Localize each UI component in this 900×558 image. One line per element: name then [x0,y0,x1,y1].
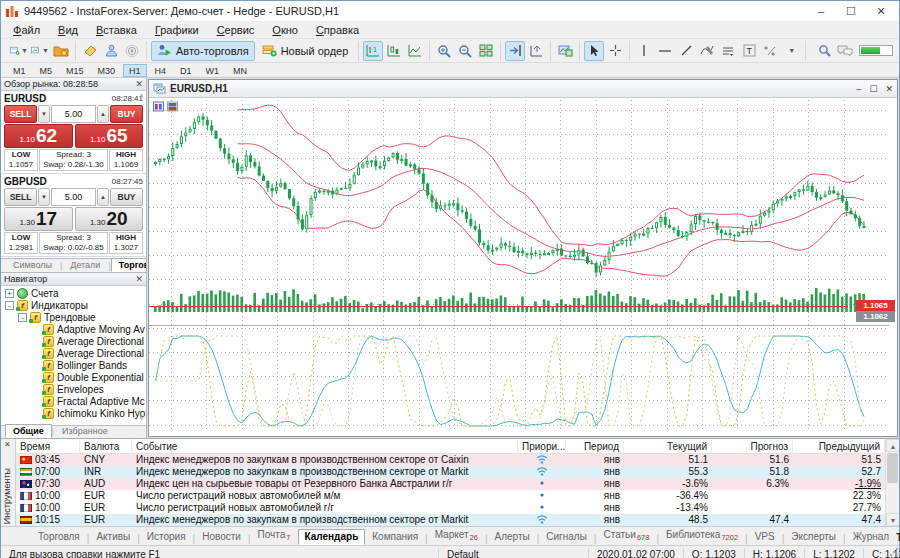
calendar-row[interactable]: 03:45CNYИндекс менеджеров по закупкам в … [16,454,885,466]
status-profile[interactable]: Default [439,548,589,558]
col-header-previous[interactable]: Предыдущий [793,439,885,454]
scroll-down-icon[interactable]: ▼ [886,513,899,526]
indicators-dialog-button[interactable] [555,41,575,61]
col-header-priority[interactable]: Приори... [518,439,566,454]
toolbox-tab-Маркет[interactable]: Маркет26 [428,527,485,545]
cursor-tool-button[interactable] [584,41,604,61]
tree-item-ichimoku-kinko-hyo[interactable]: fIchimoku Kinko Hyo [1,407,146,419]
col-header-period[interactable]: Период [566,439,624,454]
chart-shift-button[interactable] [526,41,546,61]
data-folder-button[interactable] [51,41,71,61]
minimize-button[interactable]: – [807,3,835,19]
objects-dropdown-button[interactable]: ▼ [781,41,801,61]
timeframe-W1[interactable]: W1 [200,64,226,77]
zoom-out-button[interactable] [455,41,475,61]
one-click-trading-widget[interactable] [153,101,178,112]
scrollbar-thumb[interactable] [887,453,898,483]
buy-price[interactable]: 1.30 20 [75,207,144,231]
market-watch-tab-Детали[interactable]: Детали [62,258,108,272]
tile-windows-button[interactable] [476,41,496,61]
sell-button[interactable]: SELL [4,188,37,206]
tree-expander-icon[interactable]: - [5,301,14,310]
chart-restore-icon[interactable]: ☐ [869,84,877,94]
volume-input[interactable]: 5.00 [51,188,96,206]
market-watch-close-icon[interactable]: ✕ [135,80,143,89]
tree-expander-icon[interactable]: - [18,313,27,322]
tree-item-счета[interactable]: +Счета [1,287,146,299]
navigator-close-icon[interactable]: ✕ [135,275,143,284]
depth-of-market-icon[interactable] [167,101,178,112]
calendar-row[interactable]: 07:30AUDИндекс цен на сырьевые товары от… [16,478,885,490]
search-icon[interactable] [818,44,831,57]
tree-item-bollinger-bands[interactable]: fBollinger Bands [1,359,146,371]
toolbox-tab-Алерты[interactable]: Алерты [487,529,536,545]
new-order-button[interactable]: Новый ордер [256,41,355,61]
menu-item-Вставка[interactable]: Вставка [88,23,145,37]
tree-item-adaptive-moving-av[interactable]: fAdaptive Moving Av [1,323,146,335]
open-profile-button[interactable]: ▼ [30,41,50,61]
calendar-scrollbar[interactable]: ▲ ▼ [885,439,899,526]
symbol-card-gbpusd[interactable]: GBPUSD 08:27:45 SELL ▼ 5.00 ▲ BUY 1.30 1… [1,174,146,257]
scroll-up-icon[interactable]: ∧ [139,92,144,100]
volume-decrease-icon[interactable]: ▼ [38,188,50,206]
price-list-button[interactable] [80,41,100,61]
buy-price[interactable]: 1.10 65 [75,124,144,148]
sell-button[interactable]: SELL [4,105,37,123]
timeframe-H4[interactable]: H4 [149,64,173,77]
horizontal-line-tool-button[interactable] [655,41,675,61]
timeframe-M30[interactable]: M30 [92,64,122,77]
bar-chart-mode-button[interactable]: 1 [363,41,383,61]
volume-increase-icon[interactable]: ▲ [97,188,109,206]
arrows-tool-button[interactable] [760,41,780,61]
auto-trading-toggle[interactable]: Авто-торговля [151,41,255,61]
chat-icon[interactable] [837,45,853,57]
toolbox-tab-Торговля[interactable]: Торговля [31,529,87,545]
one-click-trading-icon[interactable] [153,101,164,112]
calendar-row[interactable]: 07:00INRИндекс менеджеров по закупкам в … [16,466,885,478]
toolbox-tab-Сигналы[interactable]: Сигналы [539,529,594,545]
volume-input[interactable]: 5.00 [51,105,96,123]
chart-canvas[interactable] [149,98,889,436]
col-header-time[interactable]: Время [16,439,80,454]
tree-item-envelopes[interactable]: fEnvelopes [1,383,146,395]
calendar-row[interactable]: 10:15EURИндекс менеджеров по закупкам в … [16,514,885,526]
volume-increase-icon[interactable]: ▲ [97,105,109,123]
toolbox-tab-VPS[interactable]: VPS [748,529,782,545]
candle-chart-mode-button[interactable] [384,41,404,61]
navigator-tab-Избранное[interactable]: Избранное [54,424,116,438]
toolbox-tab-Календарь[interactable]: Календарь [298,529,366,545]
menu-item-Графики[interactable]: Графики [147,23,207,37]
tree-item-average-directional[interactable]: fAverage Directional [1,347,146,359]
toolbox-tab-История[interactable]: История [140,529,193,545]
vertical-line-tool-button[interactable] [634,41,654,61]
new-chart-button[interactable]: ▼ [9,41,29,61]
scroll-up-icon[interactable]: ▲ [886,439,899,452]
toolbox-tab-Новости[interactable]: Новости [195,529,248,545]
equidistant-channel-tool-button[interactable] [718,41,738,61]
col-header-currency[interactable]: Валюта [80,439,132,454]
toolbox-tab-Активы[interactable]: Активы [89,529,137,545]
tree-expander-icon[interactable]: + [5,289,14,298]
navigator-scroll-down-icon[interactable]: ∨ [139,414,144,422]
toolbox-tab-Журнал[interactable]: Журнал [846,529,897,545]
line-chart-mode-button[interactable] [405,41,425,61]
calendar-row[interactable]: 10:00EURЧисло регистраций новых автомоби… [16,490,885,502]
toolbox-tab-Статьи[interactable]: Статьи678 [596,527,656,545]
menu-item-Файл[interactable]: Файл [5,23,48,37]
menu-item-Вид[interactable]: Вид [50,23,86,37]
symbol-card-eurusd[interactable]: EURUSD 08:28:41 ∧ SELL ▼ 5.00 ▲ BUY 1.10 [1,91,146,174]
buy-button[interactable]: BUY [110,188,143,206]
col-header-event[interactable]: Событие [132,439,518,454]
zoom-in-button[interactable] [434,41,454,61]
trendline-tool-button[interactable] [676,41,696,61]
sell-price[interactable]: 1.30 17 [4,207,73,231]
toolbox-tab-Почта[interactable]: Почта7 [251,527,298,545]
volume-decrease-icon[interactable]: ▼ [38,105,50,123]
strategy-tester-label[interactable]: Тестер стратегий [896,532,900,545]
text-tool-button[interactable]: T [739,41,759,61]
chart-minimize-icon[interactable]: – [856,84,861,94]
sell-price[interactable]: 1.10 62 [4,124,73,148]
auto-scroll-button[interactable] [505,41,525,61]
market-watch-tab-Символы[interactable]: Символы [5,258,60,272]
close-button[interactable]: ✕ [867,3,895,19]
